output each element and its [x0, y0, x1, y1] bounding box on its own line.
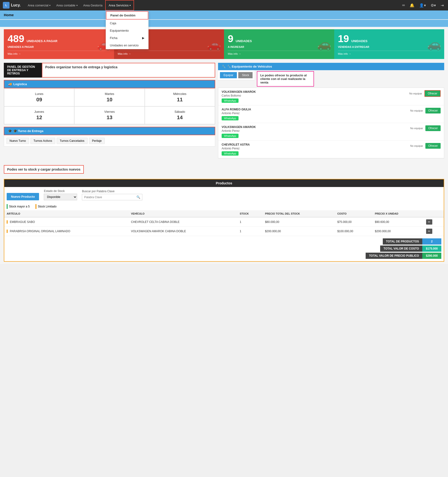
td-vehicle-0: CHEVROLET CELTA CABINA DOBLE: [128, 217, 237, 227]
day-name-lunes: Lunes: [7, 92, 72, 96]
whatsapp-btn-1[interactable]: WhatsApp: [222, 116, 238, 120]
total-row-1: TOTAL VALOR DE COSTO $175.000: [380, 245, 441, 252]
ofrecer-btn-1[interactable]: Ofrecer: [425, 108, 441, 113]
vehicle-info-3: CHEVROLET ASTRA Antonio Perez WhatsApp: [222, 143, 408, 155]
no-equip-0: No equipar: [409, 92, 422, 95]
vehicle-item-0: VOLKSWAGEN AMAROK Carlos Bollomo WhatsAp…: [218, 88, 444, 105]
dropdown-item-panel[interactable]: Panel de Gestión: [106, 11, 148, 19]
total-row-0: TOTAL DE PRODUCTOS 2: [383, 238, 441, 244]
breadcrumb: Home: [0, 11, 448, 19]
stat-card-vendidas: 19 UNIDADES VENDIDAS A ENTREGAR 🚗 Más in…: [334, 29, 444, 59]
legend-green: Stock mayor a 5: [7, 204, 30, 209]
day-name-miercoles: Miércoles: [147, 92, 212, 96]
submenu-arrow-icon: ▶: [142, 36, 145, 40]
tab-nuevo-turno[interactable]: Nuevo Turno: [6, 138, 29, 144]
search-input-wrap: 🔍: [82, 194, 142, 200]
ofrecer-btn-2[interactable]: Ofrecer: [425, 125, 441, 131]
stat-unit-ingresar: UNIDADES: [236, 39, 252, 43]
total-value-0: 2: [422, 238, 441, 244]
dropdown-item-unidades[interactable]: Unidades en servicio: [106, 42, 148, 49]
infinity-icon[interactable]: ∞: [401, 2, 406, 8]
table-body: EMBRAGUE SABO CHEVROLET CELTA CABINA DOB…: [4, 217, 444, 236]
nav-area-gestoria[interactable]: Area Gestoría: [80, 0, 105, 11]
stat-label-pagar: UNIDADES A PAGAR: [8, 45, 110, 48]
cal-sabado: Sábado 14: [145, 106, 215, 124]
products-section: Productos Nuevo Producto Estado de Stock…: [4, 179, 444, 262]
td-stock-1: 1: [237, 227, 263, 236]
tab-equipar[interactable]: Equipar: [220, 72, 237, 78]
stat-more-ingresar[interactable]: Más info →: [228, 51, 330, 55]
stat-more-capital[interactable]: Más info →: [118, 51, 220, 55]
logout-icon[interactable]: ⇥: [439, 2, 445, 9]
nav-area-servicios[interactable]: Area Servicios ▾ Panel de Gestión Caja E…: [105, 0, 134, 11]
nav-area-contable[interactable]: Area contable ▾: [53, 0, 80, 11]
equip-callout-area: Equipar Stock Le podes ofrecer tu produc…: [218, 70, 444, 87]
day-name-jueves: Jueves: [7, 110, 72, 113]
cal-viernes: Viernes 13: [74, 106, 145, 124]
dropdown-item-ficha[interactable]: Ficha ▶: [106, 34, 148, 42]
edit-btn-1[interactable]: ✏: [426, 229, 432, 234]
turno-icon: 🎓: [8, 129, 12, 133]
table-row-1: PARABRISA ORIGINAL ORIGINAL LAMINADO VOL…: [4, 227, 444, 236]
products-controls: Nuevo Producto Estado de Stock Disponibl…: [4, 187, 444, 203]
stock-filter-select[interactable]: Disponible: [44, 194, 77, 200]
new-product-button[interactable]: Nuevo Producto: [7, 193, 39, 200]
dropdown-item-equipamiento[interactable]: Equipamiento: [106, 27, 148, 34]
search-input[interactable]: [82, 194, 134, 200]
tab-peritaje[interactable]: Peritaje: [89, 138, 105, 144]
vehicle-actions-2: No equipar Ofrecer: [410, 125, 441, 131]
th-actions: [424, 210, 444, 217]
ofrecer-btn-3[interactable]: Ofrecer: [425, 143, 441, 149]
wrench-icon: 🔧: [222, 65, 226, 68]
equip-callout-box: Le podes ofrecer tu producto al cliente …: [257, 71, 314, 87]
brand-logo[interactable]: L Lucy.: [3, 2, 21, 9]
whatsapp-btn-3[interactable]: WhatsApp: [222, 151, 238, 155]
vehicle-name-1: ALFA ROMEO GIULIA: [222, 108, 408, 111]
total-row-2: TOTAL VALOR DE PRECIO PUBLICO $290.000: [366, 253, 441, 259]
equip-tab-row: Equipar Stock: [218, 70, 254, 80]
nav-area-comercial[interactable]: Area comercial ▾: [25, 0, 54, 11]
ofrecer-btn-0[interactable]: Ofrecer: [424, 90, 441, 97]
legend-yellow: Stock Limitado: [36, 204, 57, 209]
tab-turnos-activos[interactable]: Turnos Activos: [30, 138, 55, 144]
logistica-label: Logística: [13, 82, 27, 86]
car-icon-4: 🚗: [427, 38, 441, 51]
stat-more-pagar[interactable]: Más info →: [8, 51, 110, 55]
th-articulo: ARTÍCULO: [4, 210, 128, 217]
vehicle-actions-0: No equipar Ofrecer: [409, 90, 441, 97]
legend-bar-green: [7, 204, 8, 209]
dropdown-item-caja[interactable]: Caja: [106, 19, 148, 27]
total-label-2: TOTAL VALOR DE PRECIO PUBLICO: [366, 253, 422, 259]
products-table: ARTÍCULO VEHÍCULO STOCK PRECIO TOTAL DEL…: [4, 210, 444, 236]
td-precio-unit-0: $90.600,00: [373, 217, 424, 227]
bell-icon[interactable]: 🔔: [408, 2, 416, 9]
vehicle-info-2: VOLKSWAGEN AMAROK Antonio Perez WhatsApp: [222, 125, 408, 138]
row-indicator-0: [7, 220, 8, 224]
logo-icon: L: [3, 2, 10, 9]
tab-stock[interactable]: Stock: [238, 72, 253, 78]
truck-icon: 🚚: [8, 82, 12, 86]
caret-icon: ▾: [49, 4, 50, 7]
edit-btn-0[interactable]: ✏: [426, 219, 432, 225]
user-icon[interactable]: 👤▾: [418, 2, 427, 9]
vehicle-info-0: VOLKSWAGEN AMAROK Carlos Bollomo WhatsAp…: [222, 90, 407, 103]
gear-icon[interactable]: ⚙▾: [429, 2, 437, 9]
day-num-miercoles: 11: [147, 97, 212, 103]
stat-card-pagar: 489 UNIDADES A PAGAR UNIDADES A PAGAR 🚗 …: [4, 29, 114, 59]
tab-turnos-cancelados[interactable]: Turnos Cancelados: [57, 138, 88, 144]
area-servicios-dropdown: Panel de Gestión Caja Equipamiento Ficha…: [106, 11, 149, 49]
td-vehicle-1: VOLKSWAGEN AMAROK CABINA DOBLE: [128, 227, 237, 236]
whatsapp-btn-0[interactable]: WhatsApp: [222, 98, 238, 103]
legend-row: Stock mayor a 5 Stock Limitado: [4, 203, 444, 210]
day-name-viernes: Viernes: [77, 110, 142, 113]
stat-more-vendidas[interactable]: Más info →: [338, 51, 441, 55]
cal-lunes: Lunes 09: [4, 89, 74, 106]
table-header: ARTÍCULO VEHÍCULO STOCK PRECIO TOTAL DEL…: [4, 210, 444, 217]
turno-tabs: Nuevo Turno Turnos Activos Turnos Cancel…: [4, 135, 215, 147]
calendar-row-1: Lunes 09 Martes 10 Miércoles 11: [4, 89, 215, 106]
total-value-2: $290.000: [422, 253, 441, 259]
total-label-0: TOTAL DE PRODUCTOS: [383, 238, 422, 244]
stock-annotation: Podes ver tu stock y cargar productos nu…: [4, 162, 444, 177]
cal-jueves: Jueves 12: [4, 106, 74, 124]
whatsapp-btn-2[interactable]: WhatsApp: [222, 134, 238, 138]
